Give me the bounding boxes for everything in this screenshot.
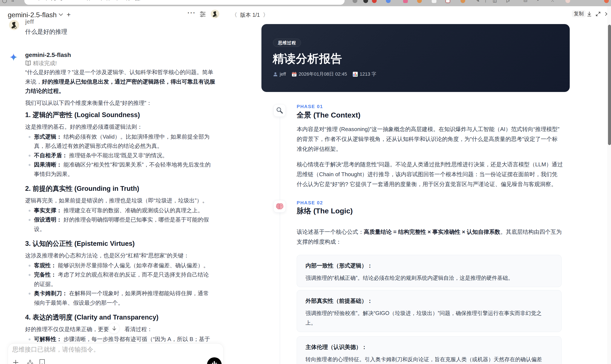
list-item: 完备性： 考虑了对立的观点和潜在的反证，而不是只选择支持自己结论的证据。	[25, 270, 223, 289]
phase1-paragraph1: 本内容是对“推理 (Reasoning)”这一抽象概念的高层建模。在知识爆炸与人…	[297, 124, 563, 154]
toolbar-icon[interactable]: ✎	[476, 0, 480, 3]
assistant-status: 精读完成!	[25, 60, 57, 67]
brain-icon	[276, 203, 284, 210]
chat-panel: gemini-2.5-flash + ··· jeff 什么是好的推理	[0, 6, 228, 364]
extension-icon[interactable]	[403, 0, 408, 3]
expand-icon[interactable]	[595, 10, 602, 18]
report-badge: 思维过程	[273, 39, 301, 47]
address-bar[interactable]: ≡ https://play.google.com/store/apps/...…	[24, 0, 345, 5]
dimension-card-1: 内部一致性（形式逻辑）： 强调推理的“机械正确”。结论必须在给定的规则系统内逻辑…	[297, 255, 561, 287]
md-heading-2: 2. 前提的真实性 (Grounding in Truth)	[25, 184, 223, 193]
md-heading-3: 3. 认知的公正性 (Epistemic Virtues)	[25, 239, 223, 248]
phase1-title: 全景 (The Context)	[297, 110, 360, 120]
version-label: 版本 1/1	[240, 11, 260, 18]
url-text: ≡ https://play.google.com/store/apps/...…	[31, 0, 153, 1]
list-item: 假设透明： 好的推理会明确指明哪些是已知事实，哪些是基于可能的假设。	[25, 215, 223, 234]
md-heading-4: 4. 表达的透明度 (Clarity and Transparency)	[25, 313, 223, 322]
md-heading-1: 1. 逻辑的严密性 (Logical Soundness)	[25, 110, 223, 120]
artifact-toolbar: 〈 版本 1/1 〉 复制	[228, 6, 611, 25]
input-placeholder: 思维接口已就绪，请传输指令。	[12, 345, 100, 354]
report-title: 精读分析报告	[273, 51, 342, 67]
card-body: 强调推理的“机械正确”。结论必须在给定的规则系统内逻辑自洽，这是推理的硬件基础。	[306, 273, 547, 283]
next-version-icon[interactable]: 〉	[263, 11, 268, 19]
toolbar-icon[interactable]: ⁙	[551, 0, 555, 3]
chart-icon	[353, 72, 358, 77]
bookmark-icon[interactable]	[39, 359, 45, 364]
prev-version-icon[interactable]: 〈	[232, 11, 237, 19]
toolbar-icon[interactable]: ⎙	[524, 0, 527, 3]
svg-text:17: 17	[293, 74, 296, 76]
card-title: 主体伦理（认识美德）：	[306, 343, 367, 351]
list-item: 奥卡姆剃刀： 在解释同一个现象时，如果两种推理都能站得住脚，通常倾向于最简单、假…	[25, 289, 223, 308]
dimension-card-2: 外部真实性（前提基础）： 强调推理的“经验校准”。解决“GIGO（垃圾进，垃圾出…	[297, 290, 561, 332]
author-icon	[273, 72, 278, 77]
arrow-down-icon	[112, 326, 117, 331]
extension-icon[interactable]	[432, 0, 437, 3]
artifact-panel: 〈 版本 1/1 〉 复制 思维过程 精读分析报告 jeff 172026年01…	[228, 6, 611, 364]
card-body: 强调推理的“经验校准”。解决“GIGO（垃圾进，垃圾出）”问题，确保推理引擎运行…	[306, 308, 547, 328]
voice-input-button[interactable]	[207, 357, 222, 364]
extension-icon[interactable]	[353, 0, 357, 3]
report-meta: jeff 172026年01月08日 02:45 1213 字	[273, 71, 376, 77]
user-message-text: 什么是好的推理	[25, 28, 67, 36]
phase2-label: PHASE 02	[297, 200, 323, 206]
app-window: gemini-2.5-flash + ··· jeff 什么是好的推理	[0, 6, 611, 364]
attach-plus-icon[interactable]	[12, 359, 19, 364]
report-header-card: 思维过程 精读分析报告 jeff 172026年01月08日 02:45 121…	[261, 24, 570, 92]
assistant-message: “什么是好的推理？”这是一个涉及逻辑学、认知科学和哲学核心的问题。简单来说，好的…	[25, 68, 223, 358]
list-item: 因果清晰： 能准确区分“相关性”和“因果关系”，不会轻率地将先后发生的事情归为因…	[25, 160, 223, 179]
card-title: 外部真实性（前提基础）：	[306, 297, 372, 305]
extension-icon[interactable]	[363, 0, 368, 3]
toolbar-divider: |	[485, 0, 486, 3]
magnifier-icon	[276, 107, 283, 114]
phase1-label: PHASE 01	[297, 104, 323, 109]
extension-icon[interactable]	[372, 0, 377, 3]
card-body: 转向推理者的心理特征。引入奥卡姆剃刀和反向论证，旨在克服人类（或机器）天然存在的…	[306, 354, 547, 364]
extension-icon[interactable]	[386, 0, 391, 3]
scrollbar[interactable]	[607, 6, 611, 364]
user-avatar	[9, 20, 19, 30]
list-item: 形式逻辑： 结构必须有效（Valid）。比如演绎推理中，如果前提全部为真，那么通…	[25, 132, 223, 151]
version-switcher: 〈 版本 1/1 〉	[232, 11, 268, 19]
toolbar-icon[interactable]: ◫	[493, 0, 497, 3]
browser-toolbar: ≡ https://play.google.com/store/apps/...…	[0, 0, 611, 6]
sparkle-icon[interactable]	[27, 359, 34, 364]
toolbar-icon[interactable]: ▷	[506, 0, 510, 3]
extension-icon[interactable]	[461, 0, 465, 3]
card-title: 内部一致性（形式逻辑）：	[306, 262, 372, 270]
extension-icon[interactable]	[417, 0, 422, 3]
list-item: 客观性： 能够识别并尽量排除个人偏见（如幸存者偏差、确认偏差）。	[25, 261, 223, 270]
message-author: jeff	[25, 18, 34, 25]
phase2-icon-box	[273, 200, 286, 212]
extension-icon[interactable]	[445, 0, 450, 3]
phase2-paragraph: 该论述基于一个核心公式：高质量结论 = 结构完整性 × 事实准确性 × 认知自律…	[297, 227, 563, 247]
book-icon	[25, 61, 31, 66]
calendar-icon: 17	[292, 72, 297, 77]
chat-scroll-area[interactable]: jeff 什么是好的推理 gemini-2.5-flash 精读完成! “什么是…	[0, 6, 228, 343]
assistant-name: gemini-2.5-flash	[25, 52, 71, 58]
timeline-rail	[280, 117, 280, 364]
phase2-title: 脉络 (The Logic)	[297, 206, 353, 216]
profile-avatar[interactable]	[565, 0, 570, 3]
chat-input[interactable]: 思维接口已就绪，请传输指令。	[8, 343, 224, 364]
dimension-card-3: 主体伦理（认识美德）： 转向推理者的心理特征。引入奥卡姆剃刀和反向论证，旨在克服…	[297, 336, 561, 364]
scrollbar-thumb[interactable]	[608, 25, 611, 145]
copy-button[interactable]: 复制	[572, 10, 586, 17]
list-item: 不自相矛盾： 推理链条中不能出现“既是又非”的情况。	[25, 151, 223, 160]
scroll-to-bottom-button[interactable]	[108, 323, 120, 334]
toolbar-icon[interactable]: ◔	[536, 0, 539, 3]
phase1-icon-box	[273, 104, 286, 117]
list-item: 事实支撑： 推理建立在可靠的数据、准确的观测或公认的真理之上。	[25, 206, 223, 215]
extension-icon[interactable]	[604, 0, 609, 3]
phase1-paragraph2: 核心情境在于解决“思考的随意性”问题。不论是人类通过批判性思维进行决策，还是大语…	[297, 159, 563, 189]
download-icon[interactable]	[586, 10, 593, 18]
gemini-logo-icon	[10, 53, 18, 61]
